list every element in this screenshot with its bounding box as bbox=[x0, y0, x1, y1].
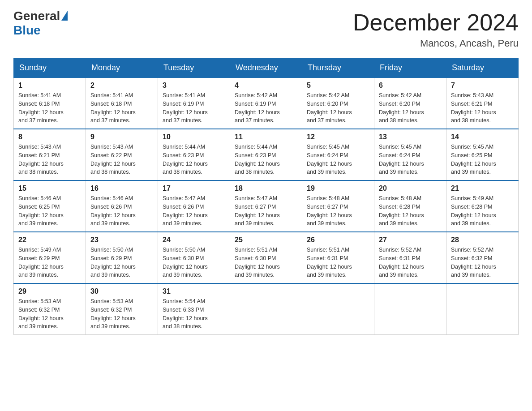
day-number: 24 bbox=[163, 236, 225, 244]
day-info: Sunrise: 5:41 AMSunset: 6:18 PMDaylight:… bbox=[90, 92, 136, 124]
header-wednesday: Wednesday bbox=[230, 59, 302, 78]
day-info: Sunrise: 5:50 AMSunset: 6:30 PMDaylight:… bbox=[163, 247, 208, 278]
day-cell: 26 Sunrise: 5:51 AMSunset: 6:31 PMDaylig… bbox=[302, 232, 374, 283]
day-info: Sunrise: 5:46 AMSunset: 6:26 PMDaylight:… bbox=[90, 195, 136, 227]
day-info: Sunrise: 5:52 AMSunset: 6:32 PMDaylight:… bbox=[451, 247, 496, 278]
day-number: 7 bbox=[451, 81, 514, 90]
day-cell: 18 Sunrise: 5:47 AMSunset: 6:27 PMDaylig… bbox=[230, 180, 302, 232]
day-cell: 10 Sunrise: 5:44 AMSunset: 6:23 PMDaylig… bbox=[158, 129, 230, 180]
day-info: Sunrise: 5:45 AMSunset: 6:24 PMDaylight:… bbox=[307, 144, 352, 175]
day-number: 8 bbox=[18, 133, 81, 141]
week-row-2: 8 Sunrise: 5:43 AMSunset: 6:21 PMDayligh… bbox=[14, 129, 519, 180]
header-tuesday: Tuesday bbox=[158, 59, 230, 78]
day-cell: 21 Sunrise: 5:49 AMSunset: 6:28 PMDaylig… bbox=[446, 180, 519, 232]
day-number: 31 bbox=[163, 287, 225, 295]
day-info: Sunrise: 5:42 AMSunset: 6:20 PMDaylight:… bbox=[307, 92, 352, 124]
week-row-3: 15 Sunrise: 5:46 AMSunset: 6:25 PMDaylig… bbox=[14, 180, 519, 232]
day-info: Sunrise: 5:45 AMSunset: 6:24 PMDaylight:… bbox=[379, 144, 424, 175]
day-info: Sunrise: 5:41 AMSunset: 6:19 PMDaylight:… bbox=[163, 92, 208, 124]
day-number: 22 bbox=[18, 236, 81, 244]
day-cell: 22 Sunrise: 5:49 AMSunset: 6:29 PMDaylig… bbox=[14, 232, 86, 283]
day-number: 16 bbox=[90, 184, 153, 193]
week-row-1: 1 Sunrise: 5:41 AMSunset: 6:18 PMDayligh… bbox=[14, 77, 519, 129]
day-info: Sunrise: 5:54 AMSunset: 6:33 PMDaylight:… bbox=[163, 298, 208, 330]
header-thursday: Thursday bbox=[302, 59, 374, 78]
day-cell bbox=[302, 283, 374, 335]
day-number: 2 bbox=[90, 81, 153, 90]
day-info: Sunrise: 5:42 AMSunset: 6:19 PMDaylight:… bbox=[235, 92, 280, 124]
page-header: General Blue December 2024 Mancos, Ancas… bbox=[13, 9, 519, 49]
calendar-table: SundayMondayTuesdayWednesdayThursdayFrid… bbox=[13, 58, 519, 335]
day-cell: 4 Sunrise: 5:42 AMSunset: 6:19 PMDayligh… bbox=[230, 77, 302, 129]
day-info: Sunrise: 5:48 AMSunset: 6:28 PMDaylight:… bbox=[379, 195, 424, 227]
day-number: 12 bbox=[307, 133, 369, 141]
day-number: 17 bbox=[163, 184, 225, 193]
day-info: Sunrise: 5:51 AMSunset: 6:31 PMDaylight:… bbox=[307, 247, 352, 278]
day-number: 9 bbox=[90, 133, 153, 141]
day-info: Sunrise: 5:46 AMSunset: 6:25 PMDaylight:… bbox=[18, 195, 64, 227]
day-number: 23 bbox=[90, 236, 153, 244]
day-info: Sunrise: 5:50 AMSunset: 6:29 PMDaylight:… bbox=[90, 247, 136, 278]
day-cell: 31 Sunrise: 5:54 AMSunset: 6:33 PMDaylig… bbox=[158, 283, 230, 335]
header-sunday: Sunday bbox=[14, 59, 86, 78]
day-number: 26 bbox=[307, 236, 369, 244]
day-cell: 13 Sunrise: 5:45 AMSunset: 6:24 PMDaylig… bbox=[374, 129, 446, 180]
day-info: Sunrise: 5:45 AMSunset: 6:25 PMDaylight:… bbox=[451, 144, 496, 175]
day-cell: 5 Sunrise: 5:42 AMSunset: 6:20 PMDayligh… bbox=[302, 77, 374, 129]
day-cell bbox=[230, 283, 302, 335]
day-number: 25 bbox=[235, 236, 297, 244]
day-number: 21 bbox=[451, 184, 514, 193]
day-cell: 9 Sunrise: 5:43 AMSunset: 6:22 PMDayligh… bbox=[86, 129, 158, 180]
day-cell: 29 Sunrise: 5:53 AMSunset: 6:32 PMDaylig… bbox=[14, 283, 86, 335]
day-info: Sunrise: 5:52 AMSunset: 6:31 PMDaylight:… bbox=[379, 247, 424, 278]
header-monday: Monday bbox=[86, 59, 158, 78]
day-info: Sunrise: 5:49 AMSunset: 6:28 PMDaylight:… bbox=[451, 195, 496, 227]
day-cell: 27 Sunrise: 5:52 AMSunset: 6:31 PMDaylig… bbox=[374, 232, 446, 283]
day-cell: 24 Sunrise: 5:50 AMSunset: 6:30 PMDaylig… bbox=[158, 232, 230, 283]
day-info: Sunrise: 5:43 AMSunset: 6:22 PMDaylight:… bbox=[90, 144, 136, 175]
day-info: Sunrise: 5:51 AMSunset: 6:30 PMDaylight:… bbox=[235, 247, 280, 278]
day-cell: 8 Sunrise: 5:43 AMSunset: 6:21 PMDayligh… bbox=[14, 129, 86, 180]
day-info: Sunrise: 5:53 AMSunset: 6:32 PMDaylight:… bbox=[18, 298, 64, 330]
day-number: 28 bbox=[451, 236, 514, 244]
day-cell: 17 Sunrise: 5:47 AMSunset: 6:26 PMDaylig… bbox=[158, 180, 230, 232]
day-info: Sunrise: 5:41 AMSunset: 6:18 PMDaylight:… bbox=[18, 92, 64, 124]
day-cell: 14 Sunrise: 5:45 AMSunset: 6:25 PMDaylig… bbox=[446, 129, 519, 180]
day-info: Sunrise: 5:48 AMSunset: 6:27 PMDaylight:… bbox=[307, 195, 352, 227]
title-area: December 2024 Mancos, Ancash, Peru bbox=[353, 9, 519, 49]
day-number: 27 bbox=[379, 236, 442, 244]
day-cell bbox=[446, 283, 519, 335]
day-info: Sunrise: 5:43 AMSunset: 6:21 PMDaylight:… bbox=[451, 92, 496, 124]
day-number: 29 bbox=[18, 287, 81, 295]
calendar-header-row: SundayMondayTuesdayWednesdayThursdayFrid… bbox=[14, 59, 519, 78]
logo-general-text: General bbox=[13, 9, 60, 23]
day-cell: 20 Sunrise: 5:48 AMSunset: 6:28 PMDaylig… bbox=[374, 180, 446, 232]
day-number: 15 bbox=[18, 184, 81, 193]
day-number: 6 bbox=[379, 81, 442, 90]
day-number: 13 bbox=[379, 133, 442, 141]
logo-blue-text: Blue bbox=[13, 23, 41, 38]
day-number: 19 bbox=[307, 184, 369, 193]
day-info: Sunrise: 5:42 AMSunset: 6:20 PMDaylight:… bbox=[379, 92, 424, 124]
day-number: 20 bbox=[379, 184, 442, 193]
day-number: 11 bbox=[235, 133, 297, 141]
day-cell: 16 Sunrise: 5:46 AMSunset: 6:26 PMDaylig… bbox=[86, 180, 158, 232]
day-info: Sunrise: 5:44 AMSunset: 6:23 PMDaylight:… bbox=[235, 144, 280, 175]
day-number: 10 bbox=[163, 133, 225, 141]
day-cell: 28 Sunrise: 5:52 AMSunset: 6:32 PMDaylig… bbox=[446, 232, 519, 283]
day-cell: 2 Sunrise: 5:41 AMSunset: 6:18 PMDayligh… bbox=[86, 77, 158, 129]
day-info: Sunrise: 5:47 AMSunset: 6:27 PMDaylight:… bbox=[235, 195, 280, 227]
header-saturday: Saturday bbox=[446, 59, 519, 78]
day-cell: 25 Sunrise: 5:51 AMSunset: 6:30 PMDaylig… bbox=[230, 232, 302, 283]
week-row-4: 22 Sunrise: 5:49 AMSunset: 6:29 PMDaylig… bbox=[14, 232, 519, 283]
day-number: 4 bbox=[235, 81, 297, 90]
day-cell: 3 Sunrise: 5:41 AMSunset: 6:19 PMDayligh… bbox=[158, 77, 230, 129]
day-number: 3 bbox=[163, 81, 225, 90]
day-cell: 1 Sunrise: 5:41 AMSunset: 6:18 PMDayligh… bbox=[14, 77, 86, 129]
day-cell: 6 Sunrise: 5:42 AMSunset: 6:20 PMDayligh… bbox=[374, 77, 446, 129]
day-cell: 12 Sunrise: 5:45 AMSunset: 6:24 PMDaylig… bbox=[302, 129, 374, 180]
day-number: 5 bbox=[307, 81, 369, 90]
day-info: Sunrise: 5:53 AMSunset: 6:32 PMDaylight:… bbox=[90, 298, 136, 330]
day-info: Sunrise: 5:44 AMSunset: 6:23 PMDaylight:… bbox=[163, 144, 208, 175]
logo: General Blue bbox=[13, 9, 68, 38]
